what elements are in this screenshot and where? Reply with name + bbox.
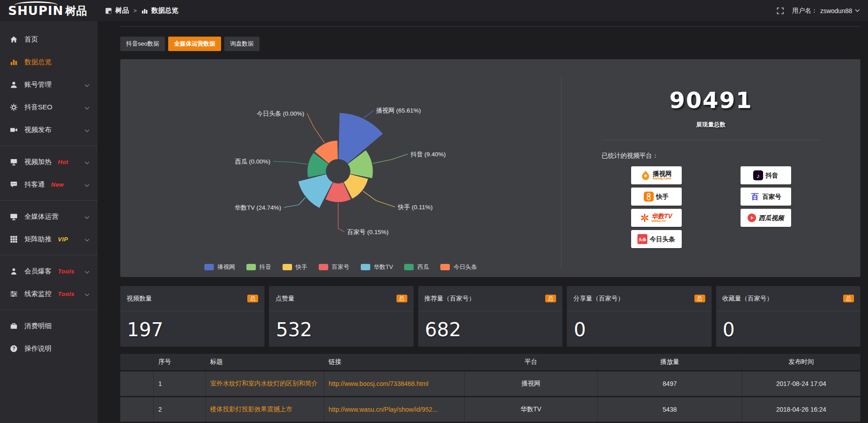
label-line: [364, 110, 373, 118]
table-row: 2楼体投影灯投影效果震撼上市http://www.wasu.cn/Play/sh…: [120, 396, 860, 422]
platform-name: 抖音: [765, 172, 778, 179]
table-row: 1室外水纹灯和室内水纹灯的区别和简介http://www.boosj.com/7…: [120, 371, 860, 396]
legend-swatch: [361, 264, 370, 270]
sidebar-item-label: 数据总览: [24, 58, 52, 66]
label-line: [284, 197, 305, 207]
platform-chip-boosj: 播视网boosj.com: [631, 166, 682, 184]
sidebar-item-chart[interactable]: 数据总览: [0, 51, 98, 73]
fullscreen-icon[interactable]: [777, 7, 784, 14]
toutiao-logo-icon: 头条: [637, 234, 647, 244]
platform-chip-wasu: 华数TVwasu.cn: [631, 209, 682, 227]
legend-item-抖音[interactable]: 抖音: [246, 263, 271, 271]
svg-text:?: ?: [12, 346, 15, 351]
pie-label-华数TV: 华数TV (24.74%): [235, 204, 281, 211]
sidebar-item-video[interactable]: 视频发布: [0, 118, 98, 141]
label-line: [338, 203, 344, 232]
video-url-link[interactable]: http://www.wasu.cn/Play/show/id/952...: [329, 406, 438, 413]
chevron-down-icon: [85, 181, 90, 188]
column-header-1: 序号: [154, 354, 206, 371]
sidebar-item-gear[interactable]: 抖音SEO: [0, 96, 98, 118]
pie-slice-华数TV[interactable]: [298, 174, 333, 208]
cell-num: 1: [154, 371, 206, 396]
legend-item-今日头条[interactable]: 今日头条: [440, 263, 477, 271]
total-badge: 总: [843, 295, 854, 302]
legend-item-播视网[interactable]: 播视网: [204, 263, 235, 271]
question-icon: ?: [10, 345, 18, 352]
sidebar-item-label: 账号管理: [24, 80, 52, 89]
sidebar-item-user[interactable]: 账号管理: [0, 73, 98, 96]
chevron-down-icon: [85, 268, 90, 275]
sidebar-item-label: 抖音SEO: [24, 103, 52, 112]
tab-1[interactable]: 全媒体运营数据: [168, 37, 221, 51]
cell-link: http://www.wasu.cn/Play/show/id/952...: [324, 396, 464, 422]
legend-item-西瓜[interactable]: 西瓜: [404, 263, 429, 271]
sidebar-item-label: 操作说明: [24, 344, 52, 353]
platform-chip-xigua: 西瓜视频: [741, 209, 791, 227]
sidebar-item-person[interactable]: 会员爆客Tools: [0, 260, 98, 282]
platform-name: 播视网: [653, 170, 672, 177]
overview-panel: 播视网 (65.61%)抖音 (9.40%)快手 (0.11%)百家号 (0.1…: [120, 59, 860, 277]
video-title-link[interactable]: 室外水纹灯和室内水纹灯的区别和简介: [210, 380, 318, 387]
rose-chart: 播视网 (65.61%)抖音 (9.40%)快手 (0.11%)百家号 (0.1…: [120, 59, 561, 277]
platform-name: 华数TV: [651, 213, 672, 220]
label-line: [307, 113, 325, 143]
video-title-link[interactable]: 楼体投影灯投影效果震撼上市: [210, 405, 292, 413]
stat-card-3: 分享量（百家号）总0: [567, 286, 711, 347]
sidebar-item-chat[interactable]: 抖客通New: [0, 173, 98, 196]
stat-card-0: 视频数量总197: [120, 286, 264, 347]
pie-label-今日头条: 今日头条 (0.00%): [257, 110, 304, 117]
summary-panel: 90491 展现量总数 已统计的视频平台： 播视网boosj.com快手华数TV…: [561, 59, 860, 277]
wallet-icon: [10, 322, 18, 330]
cell-platform: 播视网: [464, 371, 598, 396]
sidebar-item-screen[interactable]: 视频加热Hot: [0, 150, 98, 173]
sidebar-item-sliders[interactable]: 线索监控Tools: [0, 282, 98, 305]
stat-card-title: 视频数量: [127, 295, 152, 303]
data-tabs: 抖音seo数据全媒体运营数据询盘数据: [120, 37, 860, 51]
tab-0[interactable]: 抖音seo数据: [120, 37, 165, 51]
breadcrumb-root-icon: [105, 8, 112, 14]
column-header-2: 标题: [205, 354, 324, 371]
stat-card-value: 197: [120, 311, 264, 348]
chevron-down-icon: [85, 290, 90, 298]
person-icon: [10, 268, 18, 275]
breadcrumb-separator: >: [133, 7, 137, 14]
platform-chip-baijiahao: 百百家号: [741, 188, 791, 206]
baijiahao-logo-icon: 百: [750, 192, 760, 202]
stat-card-value: 0: [716, 311, 860, 348]
cell-plays: 5438: [598, 396, 742, 422]
stat-card-value: 532: [269, 311, 413, 348]
main-content: 抖音seo数据全媒体运营数据询盘数据 播视网 (65.61%)抖音 (9.40%…: [98, 21, 868, 423]
column-header-6: 发布时间: [742, 354, 860, 371]
platform-name: 今日头条: [650, 236, 675, 243]
sidebar-item-label: 线索监控: [24, 290, 52, 298]
platform-name: 快手: [656, 193, 669, 200]
sidebar-item-label: 视频发布: [24, 126, 52, 134]
breadcrumb-current[interactable]: 数据总览: [151, 6, 179, 15]
svg-text:♪: ♪: [757, 172, 760, 179]
legend-item-百家号[interactable]: 百家号: [319, 263, 349, 271]
cell-platform: 华数TV: [464, 396, 598, 422]
xigua-logo-icon: [747, 213, 756, 222]
sidebar-item-tag: Tools: [58, 291, 75, 297]
breadcrumb-root[interactable]: 树品: [115, 6, 129, 15]
sidebar-divider: [0, 146, 98, 146]
tab-2[interactable]: 询盘数据: [224, 37, 259, 51]
sidebar-item-home[interactable]: 首页: [0, 28, 98, 51]
legend-label: 抖音: [259, 263, 271, 271]
sidebar-item-question[interactable]: ?操作说明: [0, 337, 98, 360]
legend-item-快手[interactable]: 快手: [283, 263, 307, 271]
legend-item-华数TV[interactable]: 华数TV: [361, 263, 393, 271]
user-icon: [10, 81, 18, 89]
kuaishou-logo-icon: [644, 192, 654, 202]
label-line: [273, 161, 307, 164]
sidebar-item-grid[interactable]: 矩阵助推VIP: [0, 228, 98, 250]
video-table-wrap: 序号标题链接平台播放量发布时间 1室外水纹灯和室内水纹灯的区别和简介http:/…: [120, 354, 860, 423]
app-logo: SHUPIN 树品: [0, 0, 98, 21]
video-url-link[interactable]: http://www.boosj.com/7338468.html: [329, 380, 429, 387]
cell-title: 楼体投影灯投影效果震撼上市: [205, 396, 324, 422]
sidebar-item-monitor[interactable]: 全媒体运营: [0, 205, 98, 228]
user-menu[interactable]: 用户名： zswodun88: [792, 7, 860, 15]
sidebar-item-wallet[interactable]: 消费明细: [0, 315, 98, 337]
bar-chart-icon: [142, 8, 148, 14]
screen-icon: [10, 158, 18, 166]
